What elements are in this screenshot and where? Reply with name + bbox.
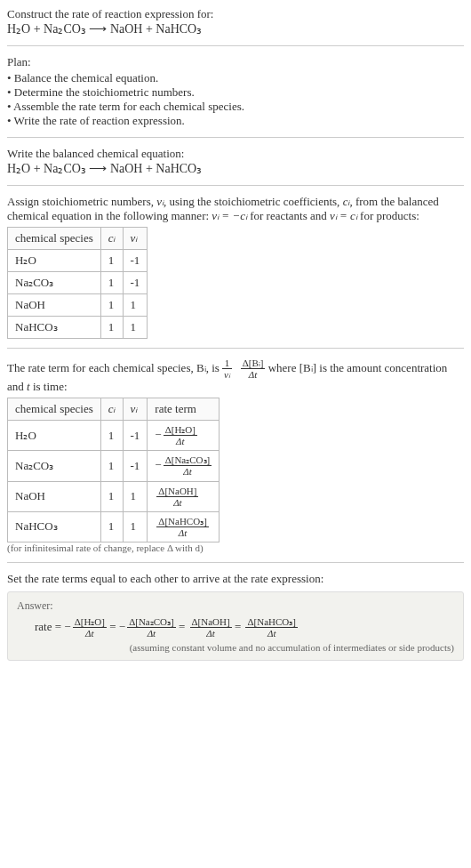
sign: − [64,620,70,633]
eq: = [179,620,188,633]
cell-ci: 1 [100,421,123,451]
cell-nui: 1 [123,481,148,511]
cell-nui: -1 [123,272,148,294]
frac-den: Δt [241,369,266,380]
frac-num: Δ[NaHCO₃] [245,616,297,628]
col-ci: cᵢ [100,228,123,250]
plan-item: Determine the stoichiometric numbers. [7,85,464,100]
sign: − [119,620,125,633]
plan-item: Write the rate of reaction expression. [7,114,464,128]
text: Assign stoichiometric numbers, [7,195,156,208]
plan-list: Balance the chemical equation. Determine… [7,71,464,128]
cell-species: Na₂CO₃ [8,451,101,481]
assumption-note: (assuming constant volume and no accumul… [17,642,454,653]
cell-rate: Δ[NaHCO₃]Δt [148,511,220,542]
text: for products: [357,209,419,222]
col-species: chemical species [8,228,101,250]
table-row: H₂O 1 -1 −Δ[H₂O]Δt [8,421,220,451]
nu-i: νᵢ [156,195,164,208]
cell-ci: 1 [100,451,123,481]
frac-num: Δ[Bᵢ] [241,358,266,369]
frac-den: Δt [190,628,232,639]
rate-frac: Δ[NaHCO₃]Δt [156,516,208,538]
frac-num: Δ[Na₂CO₃] [127,616,176,628]
rate-frac: Δ[H₂O]Δt [164,424,197,446]
table-header-row: chemical species cᵢ νᵢ rate term [8,398,220,421]
Bi: Bᵢ [196,361,206,374]
cell-ci: 1 [100,250,123,272]
balanced-title: Write the balanced chemical equation: [7,147,464,161]
cell-ci: 1 [100,317,123,339]
cell-ci: 1 [100,294,123,317]
cell-species: H₂O [8,250,101,272]
cell-nui: -1 [123,421,148,451]
text: , using the stoichiometric coefficients, [164,195,343,208]
table-row: H₂O 1 -1 [8,250,148,272]
cell-species: NaHCO₃ [8,511,101,542]
table-row: NaHCO₃ 1 1 [8,317,148,339]
frac-den: Δt [127,628,176,639]
sign: − [155,458,161,471]
rate-frac: Δ[NaOH]Δt [190,616,232,639]
stoich-intro: Assign stoichiometric numbers, νᵢ, using… [7,195,464,223]
divider [7,137,464,138]
col-ci: cᵢ [100,398,123,421]
col-rate: rate term [148,398,220,421]
cell-nui: -1 [123,250,148,272]
frac-dBi-dt: Δ[Bᵢ] Δt [241,358,266,380]
plan-block: Plan: Balance the chemical equation. Det… [7,55,464,128]
rateterm-table: chemical species cᵢ νᵢ rate term H₂O 1 -… [7,398,220,542]
col-species: chemical species [8,398,101,421]
frac-num: Δ[NaOH] [156,486,198,497]
answer-label: Answer: [17,599,454,613]
frac-den: Δt [245,628,297,639]
eq: = [235,620,244,633]
frac-num: Δ[Na₂CO₃] [164,454,212,466]
frac-den: Δt [73,628,107,639]
table-header-row: chemical species cᵢ νᵢ [8,228,148,250]
frac-num: Δ[NaOH] [190,616,232,628]
cell-nui: -1 [123,451,148,481]
cell-species: NaHCO₃ [8,317,101,339]
cell-nui: 1 [123,294,148,317]
cell-nui: 1 [123,317,148,339]
rate-frac: Δ[H₂O]Δt [73,616,107,639]
cell-species: H₂O [8,421,101,451]
frac-den: Δt [156,527,208,538]
cell-species: Na₂CO₃ [8,272,101,294]
cell-rate: Δ[NaOH]Δt [148,481,220,511]
final-block: Set the rate terms equal to each other t… [7,572,464,661]
plan-item: Balance the chemical equation. [7,71,464,85]
rate-frac: Δ[Na₂CO₃]Δt [127,616,176,639]
cell-ci: 1 [100,511,123,542]
stoich-table: chemical species cᵢ νᵢ H₂O 1 -1 Na₂CO₃ 1… [7,227,148,339]
cell-ci: 1 [100,481,123,511]
frac-den: Δt [156,497,198,508]
final-intro: Set the rate terms equal to each other t… [7,572,464,586]
rateterm-note: (for infinitesimal rate of change, repla… [7,542,464,553]
table-row: Na₂CO₃ 1 -1 [8,272,148,294]
balanced-equation: H₂O + Na₂CO₃ ⟶ NaOH + NaHCO₃ [7,161,464,176]
frac-den: Δt [164,466,212,477]
answer-box: Answer: rate = −Δ[H₂O]Δt = −Δ[Na₂CO₃]Δt … [7,591,464,661]
plan-title: Plan: [7,55,464,69]
divider [7,348,464,349]
prompt-text: Construct the rate of reaction expressio… [7,7,464,21]
balanced-block: Write the balanced chemical equation: H₂… [7,147,464,176]
relation-products: νᵢ = cᵢ [330,209,357,222]
frac-den: νᵢ [222,369,232,380]
table-row: Na₂CO₃ 1 -1 −Δ[Na₂CO₃]Δt [8,451,220,481]
eq: = [109,620,119,633]
cell-rate: −Δ[Na₂CO₃]Δt [148,451,220,481]
plan-item: Assemble the rate term for each chemical… [7,100,464,114]
cell-species: NaOH [8,294,101,317]
frac-num: Δ[H₂O] [73,616,107,628]
frac-num: 1 [222,358,232,369]
text: The rate term for each chemical species, [7,361,196,374]
divider [7,45,464,46]
text: is time: [30,380,68,393]
sign: − [155,428,161,441]
relation-reactants: νᵢ = −cᵢ [212,209,247,222]
rate-frac: Δ[Na₂CO₃]Δt [164,454,212,477]
rate-frac: Δ[NaHCO₃]Δt [245,616,297,639]
